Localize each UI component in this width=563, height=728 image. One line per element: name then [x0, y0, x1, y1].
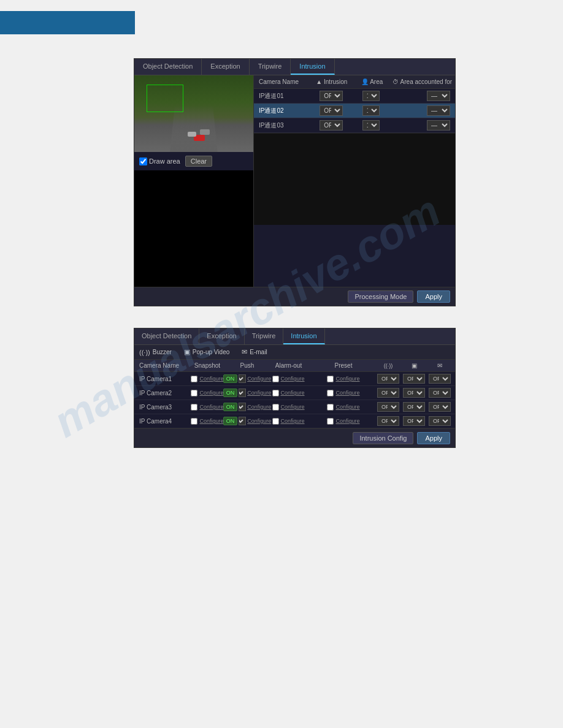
preset-checkbox-2[interactable]: [327, 404, 334, 411]
preset-config-1[interactable]: Configure: [335, 390, 359, 396]
tab2-exception[interactable]: Exception: [199, 328, 244, 344]
alarm-checkbox-2[interactable]: [272, 404, 279, 411]
p2r-buzzer: OFFON: [375, 416, 401, 426]
tab2-object-detection[interactable]: Object Detection: [134, 328, 199, 344]
tab-exception[interactable]: Exception: [202, 59, 249, 75]
snapshot-checkbox-2[interactable]: [191, 404, 197, 411]
tab2-tripwire[interactable]: Tripwire: [245, 328, 284, 344]
camera-preview-area: Draw area Clear: [134, 75, 254, 287]
p2-col-email: ✉: [427, 362, 453, 369]
area-select-2[interactable]: 1234: [362, 120, 380, 131]
panel1-intrusion-config: Object Detection Exception Tripwire Intr…: [134, 58, 456, 306]
intrusion-select-0[interactable]: OFFON: [320, 91, 343, 101]
p2r-alarm: Configure: [266, 376, 312, 382]
buzzer-sel-3[interactable]: OFFON: [377, 416, 399, 426]
intrusion-config-button[interactable]: Intrusion Config: [353, 432, 413, 444]
push-on-0: ON: [223, 374, 238, 383]
alarm-config-2[interactable]: Configure: [280, 404, 304, 410]
snapshot-checkbox-3[interactable]: [191, 418, 197, 425]
popup-sel-0[interactable]: OFFON: [403, 374, 425, 384]
push-sel-3[interactable]: [239, 417, 246, 425]
panel2-apply-button[interactable]: Apply: [417, 432, 450, 444]
push-on-1: ON: [223, 389, 238, 397]
preset-config-2[interactable]: Configure: [335, 404, 359, 410]
popup-sel-2[interactable]: OFFON: [403, 402, 425, 412]
intrusion-select-2[interactable]: OFFON: [320, 120, 343, 131]
p2r-popup: OFFON: [401, 402, 427, 412]
tab-intrusion[interactable]: Intrusion: [291, 59, 334, 75]
tab-object-detection[interactable]: Object Detection: [134, 59, 202, 75]
p2r-snapshot: Configure: [186, 404, 229, 411]
email-label: E-mail: [250, 349, 267, 355]
p2r-cam-name: IP Camera2: [137, 390, 186, 396]
buzzer-sel-2[interactable]: OFFON: [377, 402, 399, 412]
area-select-0[interactable]: 1234: [362, 91, 380, 101]
snapshot-checkbox-0[interactable]: [191, 376, 197, 382]
preset-checkbox-1[interactable]: [327, 390, 334, 396]
accounted-select-2[interactable]: —: [427, 120, 450, 131]
area-select-1[interactable]: 1234: [362, 105, 380, 116]
preset-checkbox-3[interactable]: [327, 418, 334, 425]
alarm-config-0[interactable]: Configure: [280, 376, 304, 382]
draw-area-checkbox[interactable]: [139, 157, 147, 165]
buzzer-sel-1[interactable]: OFFON: [377, 388, 399, 398]
col-header-intrusion: ▲ Intrusion: [312, 78, 352, 85]
p2r-preset: Configure: [312, 376, 375, 382]
clear-button[interactable]: Clear: [185, 156, 212, 167]
alarm-checkbox-3[interactable]: [272, 418, 279, 425]
snapshot-config-0[interactable]: Configure: [199, 376, 223, 382]
p2r-snapshot: Configure: [186, 376, 229, 382]
alarm-config-3[interactable]: Configure: [280, 418, 304, 424]
push-sel-2[interactable]: [239, 403, 246, 411]
push-sel-1[interactable]: [239, 389, 246, 397]
accounted-select-0[interactable]: —: [427, 91, 450, 101]
table-row: IP Camera2 Configure ON Configure Config…: [134, 386, 455, 400]
push-on-3: ON: [223, 417, 238, 425]
table-row[interactable]: IP通道02 OFFON 1234 —: [254, 104, 455, 118]
snapshot-config-1[interactable]: Configure: [199, 390, 223, 396]
preset-checkbox-0[interactable]: [327, 376, 334, 382]
email-alarm: ✉ E-mail: [242, 348, 267, 356]
camera-video: [134, 75, 253, 152]
alarm-config-1[interactable]: Configure: [280, 390, 304, 396]
tab-tripwire[interactable]: Tripwire: [250, 59, 291, 75]
intrusion-select-1[interactable]: OFFON: [320, 105, 343, 116]
panel1-apply-button[interactable]: Apply: [417, 290, 450, 303]
email-sel-3[interactable]: OFFON: [429, 416, 451, 426]
accounted-select-1[interactable]: —: [427, 105, 450, 116]
p2r-popup: OFFON: [401, 416, 427, 426]
push-sel-0[interactable]: [239, 374, 246, 383]
popup-sel-3[interactable]: OFFON: [403, 416, 425, 426]
email-sel-2[interactable]: OFFON: [429, 402, 451, 412]
email-sel-0[interactable]: OFFON: [429, 374, 451, 384]
row-accounted: —: [391, 91, 453, 101]
row-intrusion: OFFON: [312, 105, 351, 116]
p2r-snapshot: Configure: [186, 390, 229, 396]
draw-area-label[interactable]: Draw area: [139, 157, 180, 165]
buzzer-sel-0[interactable]: OFFON: [377, 374, 399, 384]
preset-config-3[interactable]: Configure: [335, 418, 359, 424]
panel1-table: Camera Name ▲ Intrusion 👤 Area ⏱ Area ac…: [254, 75, 455, 287]
snapshot-checkbox-1[interactable]: [191, 390, 197, 396]
panel2-tabs: Object Detection Exception Tripwire Intr…: [134, 328, 455, 345]
p2r-email: OFFON: [427, 416, 453, 426]
processing-mode-button[interactable]: Processing Mode: [348, 290, 413, 303]
p2r-preset: Configure: [312, 390, 375, 396]
popup-sel-1[interactable]: OFFON: [403, 388, 425, 398]
email-sel-1[interactable]: OFFON: [429, 388, 451, 398]
buzzer-label: Buzzer: [153, 349, 172, 355]
alarm-checkbox-1[interactable]: [272, 390, 279, 396]
alarm-checkbox-0[interactable]: [272, 376, 279, 382]
tab2-intrusion[interactable]: Intrusion: [283, 328, 324, 344]
table-row[interactable]: IP通道01 OFFON 1234 —: [254, 89, 455, 104]
table-row[interactable]: IP通道03 OFFON 1234 —: [254, 118, 455, 133]
alarm-icons-row: ((·)) Buzzer ▣ Pop-up Video ✉ E-mail: [134, 345, 455, 360]
row-area: 1234: [351, 105, 391, 116]
p2r-email: OFFON: [427, 402, 453, 412]
preset-config-0[interactable]: Configure: [335, 376, 359, 382]
p2r-snapshot: Configure: [186, 418, 229, 425]
snapshot-config-2[interactable]: Configure: [199, 404, 223, 410]
snapshot-config-3[interactable]: Configure: [199, 418, 223, 424]
draw-area-row: Draw area Clear: [134, 152, 253, 170]
triangle-icon: ▲: [316, 78, 324, 85]
